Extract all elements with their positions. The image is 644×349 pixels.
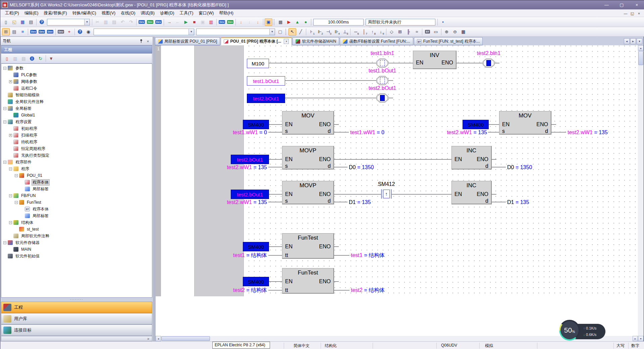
falling-pulse-icon[interactable]: ↓9	[377, 28, 385, 36]
element-selection-icon[interactable]: ▤	[10, 28, 18, 36]
tree-item-MAIN[interactable]: MAIN	[1, 246, 152, 253]
operand-label[interactable]: test2.wW1 = 135	[568, 130, 608, 136]
block-INC-1[interactable]: INCENENOd	[451, 146, 492, 169]
step-stop-icon[interactable]: ↓	[246, 18, 253, 26]
tree-item-FunTest[interactable]: −FunTest	[1, 199, 152, 206]
combo-arrow-icon[interactable]: ▼	[269, 29, 275, 35]
minimize-button[interactable]: —	[599, 0, 614, 9]
print-preview-icon[interactable]: ▢	[276, 28, 284, 36]
tree-item-全局软元件注释[interactable]: 全局软元件注释	[1, 98, 152, 105]
vertical-line-icon[interactable]: │7	[360, 28, 368, 36]
operand-label[interactable]: D1 = 135	[507, 199, 529, 205]
scroll-up-icon[interactable]: ▲	[638, 45, 644, 51]
monitor-start-icon[interactable]: ▶	[182, 18, 190, 26]
tree-item-局部标签[interactable]: 局部标签	[1, 186, 152, 192]
data-property-icon[interactable]: i	[28, 55, 36, 62]
scroll-right-icon[interactable]: ►	[633, 336, 638, 341]
error-icon[interactable]: ●	[302, 18, 310, 26]
zoom-in-icon[interactable]: ⊕	[443, 28, 450, 36]
find-combo[interactable]: ▼	[94, 29, 194, 35]
nav-button-工程[interactable]: 工程	[1, 302, 152, 313]
collapse-icon[interactable]: −	[3, 161, 6, 164]
menu-item-3[interactable]: 搜索/替换(F)	[41, 10, 69, 17]
new-file-icon[interactable]: ▯	[2, 18, 10, 26]
tab-3[interactable]: 软元件存储器MAIN	[292, 37, 339, 45]
warning-icon[interactable]: ▲	[293, 18, 301, 26]
program-check-icon[interactable]: ▩	[277, 18, 284, 26]
block-FunTest-2[interactable]: FunTestENENOtt	[282, 268, 334, 294]
mdi-close-icon[interactable]: ×	[636, 10, 642, 16]
menu-item-7[interactable]: 调试(B)	[138, 10, 157, 17]
tree-item-软元件初始值[interactable]: 软元件初始值	[1, 253, 152, 259]
contact-test2-bOut1[interactable]	[376, 93, 388, 103]
comment-display-icon[interactable]: ▪	[439, 18, 447, 26]
monitor-write-icon[interactable]: ▥	[207, 18, 215, 26]
step-run-icon[interactable]: ↓	[237, 18, 245, 26]
operand-label[interactable]: test2 = 结构体	[233, 287, 267, 293]
tree-item-FB/FUN[interactable]: −FB/FUN	[1, 192, 152, 199]
close-contact-icon[interactable]: ⊩2	[316, 28, 324, 36]
collapse-icon[interactable]: −	[3, 67, 6, 70]
guided-edit-icon[interactable]: ▭	[432, 28, 440, 36]
menu-item-2[interactable]: 编辑(E)	[22, 10, 41, 17]
menu-item-4[interactable]: 转换/编译(C)	[70, 10, 99, 17]
nav-button-用户库[interactable]: 用户库	[1, 313, 152, 325]
display-mode-icon[interactable]: ▣	[265, 18, 272, 26]
nav-overflow-strip[interactable]: »	[1, 336, 152, 341]
sort-icon[interactable]: ▼	[47, 55, 55, 62]
simulation-start-icon[interactable]: ▶	[285, 18, 293, 26]
mdi-restore-icon[interactable]: ◱	[629, 10, 636, 16]
combo-arrow-icon[interactable]: ▼	[84, 19, 90, 25]
device-execution-dropdown[interactable]: 局部软元件未执行▼	[366, 19, 435, 26]
operand-label[interactable]: test2.wW1 = 135	[447, 130, 487, 136]
tree-item-st_test[interactable]: st_test	[1, 226, 152, 233]
function-icon[interactable]: ◇	[388, 28, 395, 36]
tree-item-局部标签[interactable]: 局部标签	[1, 212, 152, 219]
operand-label[interactable]: test2.wW1 = 135	[227, 164, 267, 170]
coil-icon[interactable]: ⊣3	[324, 28, 332, 36]
scan-time-field[interactable]: 100.000ms	[313, 19, 364, 26]
device-comment2-icon[interactable]: Dev	[30, 28, 37, 36]
write-to-plc-icon[interactable]: →	[165, 18, 173, 26]
branch-icon[interactable]: ╟	[405, 28, 412, 36]
device-test-icon[interactable]: Dev	[218, 18, 226, 26]
device-block-icon[interactable]: Dev	[46, 28, 54, 36]
collapse-icon[interactable]: −	[15, 174, 18, 177]
jump-icon[interactable]: ⊪4	[333, 28, 340, 36]
block-MOV-1[interactable]: MOVENENOsd	[282, 111, 334, 135]
operand-label[interactable]: D0 = 1350	[349, 164, 374, 170]
collapse-icon[interactable]: −	[9, 167, 12, 170]
find-icon[interactable]: ◉	[85, 28, 92, 36]
paste-icon[interactable]: ▤	[110, 18, 118, 26]
input-label-icon[interactable]: ⊥5	[341, 28, 349, 36]
step-exec-icon[interactable]: ↓	[254, 18, 262, 26]
device-comment-icon[interactable]: Dev	[138, 18, 146, 26]
block-INV[interactable]: INVENENO	[413, 51, 457, 69]
monitor-pause-icon[interactable]: ▣	[199, 18, 207, 26]
copy-icon[interactable]: ▥	[102, 18, 110, 26]
collapse-icon[interactable]: −	[9, 221, 12, 224]
cut-icon[interactable]: ✂	[94, 18, 101, 26]
block-INC-2[interactable]: INCENENOd	[451, 181, 492, 204]
collapse-icon[interactable]: −	[9, 194, 12, 197]
collapse-icon[interactable]: −	[3, 241, 6, 244]
tab-list-icon[interactable]: ▼	[637, 38, 642, 44]
collapse-icon[interactable]: −	[3, 120, 6, 123]
block-MOVP-2[interactable]: MOVPENENOsd	[282, 181, 334, 204]
block-MOVP-1[interactable]: MOVPENENOsd	[282, 146, 334, 169]
function-block-icon[interactable]: ⊞	[396, 28, 404, 36]
tab-1[interactable]: 局部标签设置 POU_01 [PRG]	[155, 37, 220, 45]
refresh-icon[interactable]: ↻	[37, 55, 44, 62]
navigation-window-icon[interactable]: ⊞	[2, 28, 10, 36]
operand-label[interactable]: test2 = 结构体	[351, 287, 385, 293]
vertical-scrollbar[interactable]: ▲ ▼	[638, 45, 644, 341]
tree-item-程序本体[interactable]: 程序本体	[1, 179, 152, 186]
tab-4[interactable]: 函数/FB标签设置 FunTest [FUN:...	[340, 37, 413, 45]
operand-label[interactable]: test2.wW1 = 135	[227, 199, 267, 205]
scroll-left-icon[interactable]: ◄	[156, 336, 161, 341]
contact-test1-bOut1[interactable]	[376, 76, 388, 85]
device-use-list-icon[interactable]: Dev	[38, 28, 46, 36]
zoom-fit-icon[interactable]: ▦	[460, 28, 467, 36]
monitor-stop-icon[interactable]: ■	[191, 18, 198, 26]
find-combo2[interactable]: ▼	[196, 29, 275, 35]
